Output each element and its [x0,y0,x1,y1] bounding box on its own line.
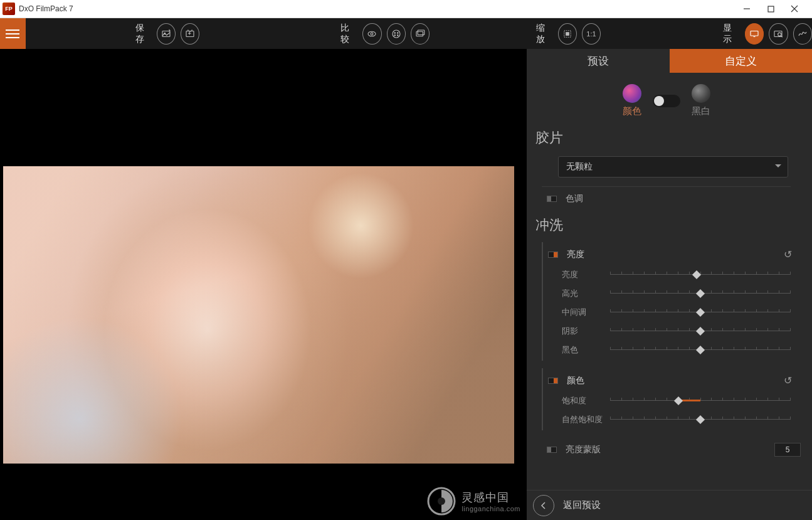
mask-label: 亮度蒙版 [566,444,601,455]
compare-split-button[interactable] [387,23,406,45]
svg-point-8 [371,33,373,35]
section-develop: 冲洗 [527,211,806,240]
display-navigator-button[interactable] [769,23,788,45]
svg-point-10 [394,32,396,33]
mask-value[interactable]: 5 [774,443,801,457]
close-button[interactable] [788,3,801,15]
mode-toggle[interactable] [653,95,680,107]
right-panel: 预设 自定义 颜色 黑白 胶片 无颗粒 色调 冲 [527,49,812,520]
svg-rect-6 [186,31,194,36]
color-reset-icon[interactable]: ↺ [784,374,792,386]
tab-preset[interactable]: 预设 [527,49,670,73]
minimize-button[interactable] [741,3,753,15]
svg-point-7 [368,31,376,36]
watermark-en: lingganchina.com [461,505,520,512]
slider-shadows[interactable] [610,326,791,337]
export-button[interactable] [181,23,199,45]
zoom-label: 缩放 [536,23,552,45]
brightness-reset-icon[interactable]: ↺ [784,248,792,260]
compare-label: 比较 [340,23,356,45]
compare-side-button[interactable] [411,23,430,45]
main-toolbar: 保存 比较 缩放 1:1 显示 [0,18,812,49]
mask-checkbox[interactable] [547,447,557,453]
watermark-cn: 灵感中国 [461,490,520,505]
slider-saturation[interactable] [610,395,791,406]
color-title: 颜色 [567,375,584,386]
mode-color[interactable]: 颜色 [623,84,641,117]
slider-blacks[interactable] [610,344,791,356]
display-histogram-button[interactable] [793,23,812,45]
save-image-button[interactable] [157,23,176,45]
watermark: 灵感中国 lingganchina.com [426,486,520,516]
grain-dropdown[interactable]: 无颗粒 [558,156,788,178]
slider-brightness[interactable] [610,269,791,280]
tone-checkbox[interactable] [547,196,557,202]
svg-rect-1 [768,6,774,12]
preview-image [3,166,514,464]
svg-rect-18 [751,31,758,36]
svg-point-24 [438,497,445,505]
svg-point-12 [394,34,396,36]
slider-vibrance[interactable] [610,414,791,425]
display-label: 显示 [723,23,739,45]
slider-midtones[interactable] [610,307,791,318]
brightness-checkbox[interactable] [548,252,558,258]
color-checkbox[interactable] [548,378,558,384]
slider-label-vibrance: 自然饱和度 [562,414,603,425]
slider-label-brightness: 亮度 [562,269,603,280]
slider-label-blacks: 黑色 [562,344,603,356]
svg-point-9 [393,30,400,38]
slider-label-midtones: 中间调 [562,307,603,318]
app-title: DxO FilmPack 7 [19,4,741,13]
compare-preview-button[interactable] [362,23,381,45]
menu-button[interactable] [0,18,26,49]
svg-point-13 [397,34,398,36]
slider-label-shadows: 阴影 [562,326,603,337]
back-label: 返回预设 [563,499,601,511]
app-icon: FP [3,3,15,15]
slider-highlights[interactable] [610,288,791,299]
titlebar: FP DxO FilmPack 7 [0,0,812,18]
svg-rect-15 [418,30,424,35]
watermark-logo-icon [426,486,456,516]
slider-label-saturation: 饱和度 [562,395,603,406]
brightness-title: 亮度 [567,249,584,260]
svg-rect-14 [416,31,423,36]
svg-rect-17 [566,32,569,35]
svg-point-11 [397,32,398,33]
slider-label-highlights: 高光 [562,288,603,299]
mode-bw[interactable]: 黑白 [692,84,710,117]
save-label: 保存 [135,23,151,45]
back-button[interactable] [533,495,554,516]
tone-label: 色调 [566,193,583,204]
display-single-button[interactable] [745,23,764,45]
tab-custom[interactable]: 自定义 [670,49,813,73]
svg-point-21 [778,33,781,36]
section-film: 胶片 [527,124,806,152]
zoom-fit-button[interactable] [558,23,577,45]
image-viewer[interactable]: 灵感中国 lingganchina.com [0,49,527,520]
zoom-actual-button[interactable]: 1:1 [582,23,601,45]
maximize-button[interactable] [764,3,777,15]
